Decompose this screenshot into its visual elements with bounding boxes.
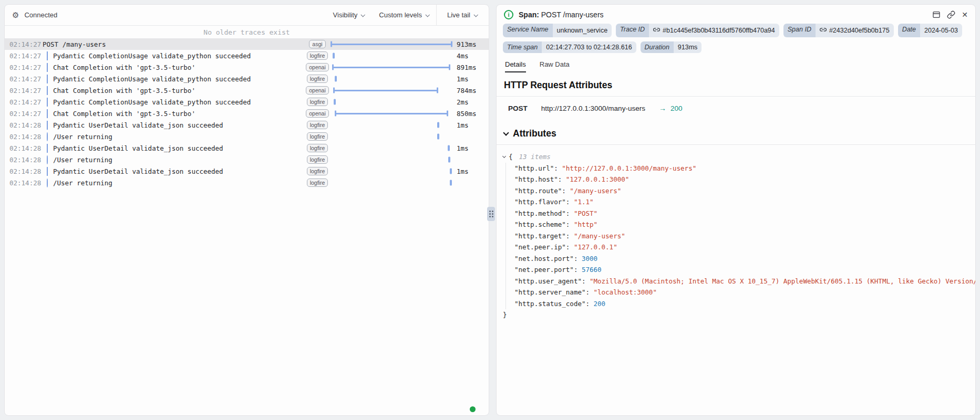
row-duration: 4ms xyxy=(452,52,489,60)
badge-value: #2432d40ef5b0b175 xyxy=(816,24,894,37)
span-diamond-icon xyxy=(47,51,48,60)
badge-value: unknown_service xyxy=(553,24,612,37)
span-diamond-icon xyxy=(47,121,48,130)
http-request-summary: POST http://127.0.0.1:3000/many-users → … xyxy=(497,97,975,116)
json-value: 3000 xyxy=(582,255,597,262)
tag-badge[interactable]: asgi xyxy=(309,40,325,49)
tag-badge[interactable]: openai xyxy=(306,86,329,95)
copy-link-icon[interactable] xyxy=(947,10,955,19)
span-name: Pydantic UserDetail validate_json succee… xyxy=(53,144,304,152)
live-tail-label: Live tail xyxy=(447,11,470,19)
trace-list-panel: ⚙ Connected Visibility Custom levels Liv… xyxy=(4,4,489,416)
trace-row[interactable]: 02:14:27Pydantic CompletionUsage validat… xyxy=(5,73,489,85)
duration-bar xyxy=(334,90,438,91)
duration-track xyxy=(331,85,452,96)
json-key: "http.server_name": xyxy=(514,288,594,296)
panel-resize-handle[interactable] xyxy=(487,207,495,221)
badge-row: Service Nameunknown_serviceTrace ID#b1c4… xyxy=(497,24,975,37)
span-name: Pydantic UserDetail validate_json succee… xyxy=(53,121,304,129)
trace-row[interactable]: 02:14:28Pydantic UserDetail validate_jso… xyxy=(5,119,489,131)
attributes-heading: Attributes xyxy=(513,128,556,139)
no-older-traces-notice: No older traces exist xyxy=(5,26,489,38)
dock-panel-icon[interactable] xyxy=(932,10,941,19)
trace-row[interactable]: 02:14:27POST /many-usersasgi913ms xyxy=(5,38,489,50)
json-key: "http.scheme": xyxy=(514,220,574,228)
tag-badge[interactable]: logfire xyxy=(307,155,328,164)
trace-row[interactable]: 02:14:27Chat Completion with 'gpt-3.5-tu… xyxy=(5,61,489,73)
json-value: "/many-users" xyxy=(570,187,621,195)
span-name: Chat Completion with 'gpt-3.5-turbo' xyxy=(53,87,304,94)
json-entry: "http.url": "http://127.0.0.1:3000/many-… xyxy=(514,163,968,174)
trace-row[interactable]: 02:14:27Chat Completion with 'gpt-3.5-tu… xyxy=(5,85,489,96)
tag-badge[interactable]: openai xyxy=(306,109,329,118)
trace-row[interactable]: 02:14:28/User returninglogfire xyxy=(5,177,489,188)
json-key: "http.url": xyxy=(514,164,562,172)
row-timestamp: 02:14:27 xyxy=(5,75,38,83)
tag-badge[interactable]: logfire xyxy=(307,178,328,187)
span-detail-header: i Span: POST /many-users ✕ xyxy=(497,5,975,24)
collapse-node-icon[interactable] xyxy=(502,154,506,158)
trace-row[interactable]: 02:14:27Pydantic CompletionUsage validat… xyxy=(5,50,489,61)
meta-badge[interactable]: Service Nameunknown_service xyxy=(503,24,612,37)
badge-label: Time span xyxy=(503,41,542,54)
visibility-label: Visibility xyxy=(333,11,358,19)
trace-row[interactable]: 02:14:27Pydantic CompletionUsage validat… xyxy=(5,96,489,108)
tag-badge[interactable]: logfire xyxy=(307,75,328,83)
duration-track xyxy=(331,119,452,131)
tag-badge[interactable]: logfire xyxy=(307,51,328,60)
trace-row[interactable]: 02:14:27Chat Completion with 'gpt-3.5-tu… xyxy=(5,108,489,119)
attributes-section-toggle[interactable]: Attributes xyxy=(497,116,975,144)
duration-bar xyxy=(333,67,450,68)
tag-badge[interactable]: logfire xyxy=(307,98,328,107)
trace-row[interactable]: 02:14:28/User returninglogfire xyxy=(5,154,489,165)
json-key: "net.peer.ip": xyxy=(514,243,574,251)
tag-badge[interactable]: logfire xyxy=(307,167,328,176)
trace-row[interactable]: 02:14:28Pydantic UserDetail validate_jso… xyxy=(5,165,489,177)
tab-raw-data[interactable]: Raw Data xyxy=(540,60,570,72)
meta-badge[interactable]: Date2024-05-03 xyxy=(898,24,962,37)
trace-row[interactable]: 02:14:28/User returninglogfire xyxy=(5,131,489,142)
trace-row[interactable]: 02:14:28Pydantic UserDetail validate_jso… xyxy=(5,142,489,154)
span-name: /User returning xyxy=(53,133,304,141)
tag-badge[interactable]: logfire xyxy=(307,121,328,130)
duration-track xyxy=(331,154,452,165)
duration-track xyxy=(331,38,452,50)
json-entry: "http.method": "POST" xyxy=(514,208,968,219)
tab-details[interactable]: Details xyxy=(505,60,526,72)
span-name: POST /many-users xyxy=(43,40,304,48)
badge-label: Span ID xyxy=(783,24,816,37)
span-title: POST /many-users xyxy=(541,10,604,19)
json-value: "localhost:3000" xyxy=(594,288,657,296)
json-key: "http.method": xyxy=(514,209,574,217)
live-status-dot xyxy=(470,406,476,412)
log-circle-icon xyxy=(47,132,48,141)
gear-icon[interactable]: ⚙ xyxy=(12,11,19,19)
tag-badge[interactable]: openai xyxy=(306,63,329,72)
custom-levels-dropdown[interactable]: Custom levels xyxy=(372,5,436,25)
row-timestamp: 02:14:27 xyxy=(5,52,38,60)
meta-badge[interactable]: Duration913ms xyxy=(641,41,702,54)
live-tail-dropdown[interactable]: Live tail xyxy=(436,5,489,25)
badge-row: Time span02:14:27.703 to 02:14:28.616Dur… xyxy=(497,41,975,54)
badge-label: Trace ID xyxy=(616,24,649,37)
attributes-json-viewer: { 13 items "http.url": "http://127.0.0.1… xyxy=(497,145,975,321)
meta-badge[interactable]: Span ID#2432d40ef5b0b175 xyxy=(783,24,894,37)
json-key: "net.host.port": xyxy=(514,255,582,262)
json-entry: "http.status_code": 200 xyxy=(514,298,968,310)
json-value: "/many-users" xyxy=(574,232,625,240)
json-key: "net.peer.port": xyxy=(514,266,582,274)
meta-badge[interactable]: Time span02:14:27.703 to 02:14:28.616 xyxy=(503,41,636,54)
section-title: HTTP Request Attributes xyxy=(497,72,975,96)
close-icon[interactable]: ✕ xyxy=(962,11,968,18)
duration-tick xyxy=(335,76,337,82)
tag-badge[interactable]: logfire xyxy=(307,132,328,141)
trace-list: 02:14:27POST /many-usersasgi913ms02:14:2… xyxy=(5,38,489,188)
visibility-dropdown[interactable]: Visibility xyxy=(326,5,372,25)
tag-badge[interactable]: logfire xyxy=(307,144,328,153)
row-timestamp: 02:14:28 xyxy=(5,156,38,164)
http-method: POST xyxy=(508,104,528,112)
meta-badge[interactable]: Trace ID#b1c445ef3b0b43116df5760ffb470a9… xyxy=(616,24,779,37)
trace-toolbar: ⚙ Connected Visibility Custom levels Liv… xyxy=(5,5,489,26)
span-detail-panel: i Span: POST /many-users ✕ Service Nameu… xyxy=(496,4,976,416)
row-duration: 1ms xyxy=(452,121,489,129)
